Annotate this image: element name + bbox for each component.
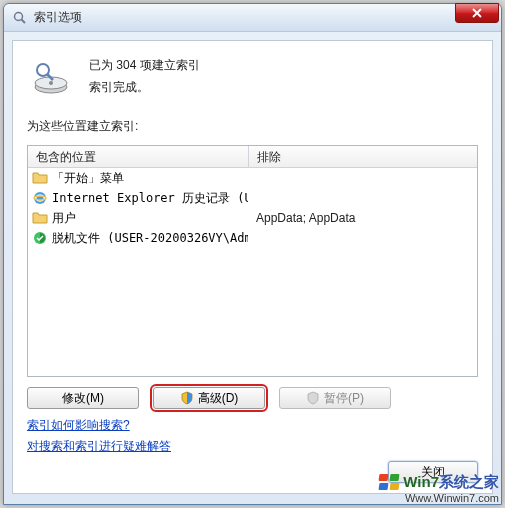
svg-point-4 — [49, 81, 53, 85]
shield-icon — [306, 391, 320, 405]
table-row[interactable]: 「开始」菜单 — [28, 168, 477, 188]
help-links: 索引如何影响搜索? 对搜索和索引进行疑难解答 — [27, 415, 478, 456]
advanced-button[interactable]: 高级(D) — [153, 387, 265, 409]
row-label: 用户 — [52, 210, 76, 227]
link-how-affect[interactable]: 索引如何影响搜索? — [27, 415, 130, 435]
search-icon — [12, 10, 28, 26]
modify-button[interactable]: 修改(M) — [27, 387, 139, 409]
window: 索引选项 已为 304 项建立索引 索引完成。 为这些位置建立索引: — [3, 3, 502, 505]
dialog-body: 已为 304 项建立索引 索引完成。 为这些位置建立索引: 包含的位置 排除 「… — [12, 40, 493, 494]
svg-line-1 — [22, 19, 26, 23]
indexed-count: 已为 304 项建立索引 — [89, 55, 200, 77]
column-included[interactable]: 包含的位置 — [28, 146, 248, 167]
column-excluded[interactable]: 排除 — [249, 146, 477, 167]
row-label: 脱机文件 (USER-20200326VY\Admin... — [52, 230, 248, 247]
table-row[interactable]: Internet Explorer 历史记录 (USE... — [28, 188, 477, 208]
list-header: 包含的位置 排除 — [28, 146, 477, 168]
folder-icon — [32, 170, 48, 186]
buttons-row: 修改(M) 高级(D) 暂停(P) — [27, 387, 478, 409]
folder-icon — [32, 210, 48, 226]
row-label: 「开始」菜单 — [52, 170, 124, 187]
drive-icon — [31, 57, 71, 97]
svg-point-0 — [15, 12, 23, 20]
locations-label: 为这些位置建立索引: — [13, 104, 492, 141]
index-status: 索引完成。 — [89, 77, 200, 99]
table-row[interactable]: 用户 AppData; AppData — [28, 208, 477, 228]
close-button[interactable] — [455, 3, 499, 23]
list-body: 「开始」菜单 Internet Explorer 历史记录 (USE... 用户 — [28, 168, 477, 376]
pause-button: 暂停(P) — [279, 387, 391, 409]
row-excluded: AppData; AppData — [248, 211, 477, 225]
link-troubleshoot[interactable]: 对搜索和索引进行疑难解答 — [27, 436, 171, 456]
ie-icon — [32, 190, 48, 206]
table-row[interactable]: 脱机文件 (USER-20200326VY\Admin... — [28, 228, 477, 248]
shield-icon — [180, 391, 194, 405]
dialog-close-button[interactable]: 关闭 — [388, 461, 478, 483]
summary-text: 已为 304 项建立索引 索引完成。 — [89, 55, 200, 98]
summary-block: 已为 304 项建立索引 索引完成。 — [13, 41, 492, 104]
offline-icon — [32, 230, 48, 246]
row-label: Internet Explorer 历史记录 (USE... — [52, 190, 248, 207]
titlebar: 索引选项 — [4, 4, 501, 32]
locations-list: 包含的位置 排除 「开始」菜单 Internet Explorer 历史记录 (… — [27, 145, 478, 377]
window-title: 索引选项 — [34, 9, 497, 26]
